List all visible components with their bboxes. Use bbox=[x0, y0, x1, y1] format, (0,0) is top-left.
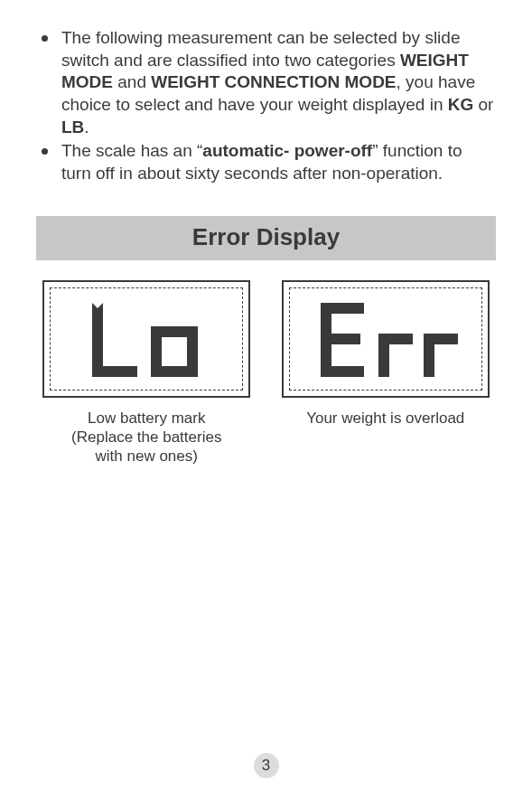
caption-err: Your weight is overload bbox=[275, 409, 497, 428]
display-column-lo: Low battery mark (Replace the batteries … bbox=[36, 280, 257, 466]
svg-marker-1 bbox=[92, 366, 137, 377]
bold-text: KG bbox=[448, 95, 474, 114]
caption-lo: Low battery mark (Replace the batteries … bbox=[36, 409, 257, 466]
svg-rect-10 bbox=[321, 366, 364, 377]
svg-rect-12 bbox=[378, 334, 413, 344]
svg-marker-0 bbox=[92, 303, 103, 366]
lcd-inner bbox=[50, 287, 243, 391]
lcd-inner bbox=[289, 287, 482, 391]
caption-line: Your weight is overload bbox=[275, 409, 497, 428]
svg-rect-9 bbox=[321, 334, 360, 344]
bullet-item-1: The following measurement can be selecte… bbox=[56, 27, 496, 138]
caption-line: Low battery mark bbox=[36, 409, 257, 428]
page-number: 3 bbox=[254, 753, 279, 778]
error-displays-row: Low battery mark (Replace the batteries … bbox=[36, 280, 496, 466]
lcd-frame bbox=[282, 280, 490, 398]
caption-line: with new ones) bbox=[36, 447, 257, 466]
svg-rect-8 bbox=[321, 303, 364, 314]
bold-text: LB bbox=[61, 118, 84, 136]
bullet-list: The following measurement can be selecte… bbox=[36, 27, 496, 185]
text: and bbox=[113, 72, 151, 91]
bold-text: automatic- power-off bbox=[202, 141, 372, 160]
text: or bbox=[473, 95, 493, 114]
bullet-item-2: The scale has an “automatic- power-off” … bbox=[56, 140, 496, 184]
svg-rect-6 bbox=[151, 366, 198, 377]
lcd-lo-icon bbox=[65, 296, 228, 382]
lcd-err-icon bbox=[304, 296, 467, 382]
lcd-frame bbox=[42, 280, 250, 398]
display-column-err: Your weight is overload bbox=[275, 280, 497, 466]
caption-line: (Replace the batteries bbox=[36, 428, 257, 447]
svg-rect-14 bbox=[424, 334, 458, 344]
svg-rect-5 bbox=[151, 326, 198, 337]
manual-page: The following measurement can be selecte… bbox=[0, 0, 532, 800]
section-header-error-display: Error Display bbox=[36, 216, 496, 260]
text: . bbox=[84, 118, 89, 136]
bold-text: WEIGHT CONNECTION MODE bbox=[151, 72, 396, 91]
text: The scale has an “ bbox=[61, 141, 202, 160]
